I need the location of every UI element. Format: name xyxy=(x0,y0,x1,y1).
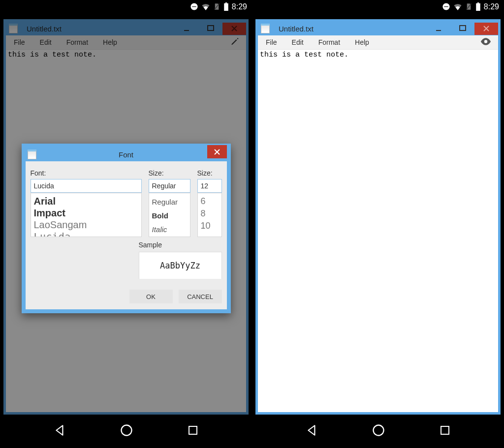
style-option-regular[interactable]: Regular xyxy=(152,195,187,209)
menu-help[interactable]: Help xyxy=(355,38,369,46)
font-listbox[interactable]: Arial Impact LaoSangam Lucida xyxy=(31,193,142,237)
font-option-arial[interactable]: Arial xyxy=(34,195,138,207)
no-sim-icon xyxy=(213,2,220,11)
size-option-6[interactable]: 6 xyxy=(201,195,219,208)
nav-recent-icon[interactable] xyxy=(187,424,199,438)
font-input[interactable] xyxy=(31,179,142,193)
wifi-icon xyxy=(201,2,210,11)
nav-bar xyxy=(252,415,504,448)
svg-rect-18 xyxy=(441,426,449,434)
battery-icon xyxy=(223,2,229,11)
notepad-window: Untitled.txt File Edit Format Help xyxy=(255,19,501,415)
style-option-bold[interactable]: Bold xyxy=(152,209,187,223)
menu-edit[interactable]: Edit xyxy=(292,38,304,46)
sample-preview: AaBbYyZz xyxy=(139,252,222,279)
screen-left: 8:29 Untitled.txt File Edit Format xyxy=(0,0,252,448)
screen-right: 8:29 Untitled.txt File Edit Format xyxy=(252,0,504,448)
close-button[interactable] xyxy=(474,23,498,35)
svg-rect-14 xyxy=(436,30,441,31)
minimize-button[interactable] xyxy=(427,23,451,35)
maximize-button[interactable] xyxy=(451,23,474,35)
menu-format[interactable]: Format xyxy=(318,38,340,46)
cancel-button[interactable]: CANCEL xyxy=(179,290,222,303)
note-text-area[interactable]: this is a test note. xyxy=(258,50,498,412)
svg-rect-10 xyxy=(444,6,448,7)
svg-rect-8 xyxy=(189,426,197,434)
menu-bar: File Edit Format Help xyxy=(258,35,498,50)
nav-bar xyxy=(0,415,252,448)
svg-rect-12 xyxy=(477,2,479,3)
status-time: 8:29 xyxy=(232,2,247,11)
modal-overlay: Font Font: Arial Impact LaoSang xyxy=(0,13,252,415)
sample-label: Sample xyxy=(139,241,222,249)
nav-home-icon[interactable] xyxy=(120,423,133,439)
font-option-impact[interactable]: Impact xyxy=(34,207,138,219)
no-sim-icon xyxy=(465,2,472,11)
svg-rect-3 xyxy=(225,2,227,3)
eye-icon[interactable] xyxy=(480,38,491,47)
window-title: Untitled.txt xyxy=(279,25,427,33)
dialog-title-bar[interactable]: Font xyxy=(26,148,227,161)
dialog-title: Font xyxy=(26,150,227,159)
desktop-area: Untitled.txt File Edit Format Help xyxy=(0,13,252,415)
dialog-body: Font: Arial Impact LaoSangam Lucida Size… xyxy=(26,161,227,309)
nav-back-icon[interactable] xyxy=(54,424,66,439)
dnd-icon xyxy=(190,2,198,11)
status-time: 8:29 xyxy=(484,2,499,11)
size-label: Size: xyxy=(197,169,222,177)
font-option-lucida[interactable]: Lucida xyxy=(34,231,138,237)
wifi-icon xyxy=(453,2,462,11)
size-option-8[interactable]: 8 xyxy=(201,208,219,220)
svg-point-17 xyxy=(374,425,384,436)
title-bar[interactable]: Untitled.txt xyxy=(258,22,498,35)
svg-rect-15 xyxy=(460,26,466,30)
svg-rect-4 xyxy=(224,3,228,11)
desktop-area: Untitled.txt File Edit Format Help xyxy=(252,13,504,415)
style-input[interactable] xyxy=(149,179,190,193)
font-label: Font: xyxy=(31,169,142,177)
svg-point-16 xyxy=(484,40,487,43)
style-listbox[interactable]: Regular Bold Italic xyxy=(149,193,190,237)
size-option-10[interactable]: 10 xyxy=(201,220,219,232)
size-listbox[interactable]: 6 8 10 xyxy=(197,193,222,237)
font-option-laosangam[interactable]: LaoSangam xyxy=(34,219,138,231)
font-dialog: Font Font: Arial Impact LaoSang xyxy=(22,144,231,313)
battery-icon xyxy=(475,2,481,11)
nav-back-icon[interactable] xyxy=(306,424,318,439)
svg-rect-1 xyxy=(192,6,196,7)
dnd-icon xyxy=(442,2,450,11)
dialog-close-button[interactable] xyxy=(207,145,227,158)
ok-button[interactable]: OK xyxy=(129,290,173,303)
svg-point-7 xyxy=(122,425,132,436)
nav-recent-icon[interactable] xyxy=(439,424,451,438)
status-bar: 8:29 xyxy=(0,0,252,13)
style-label: Size: xyxy=(149,169,190,177)
nav-home-icon[interactable] xyxy=(372,423,385,439)
size-input[interactable] xyxy=(197,179,222,193)
status-bar: 8:29 xyxy=(252,0,504,13)
style-option-italic[interactable]: Italic xyxy=(152,223,187,237)
svg-rect-13 xyxy=(476,3,480,11)
menu-file[interactable]: File xyxy=(266,38,277,46)
notepad-icon xyxy=(261,24,270,33)
